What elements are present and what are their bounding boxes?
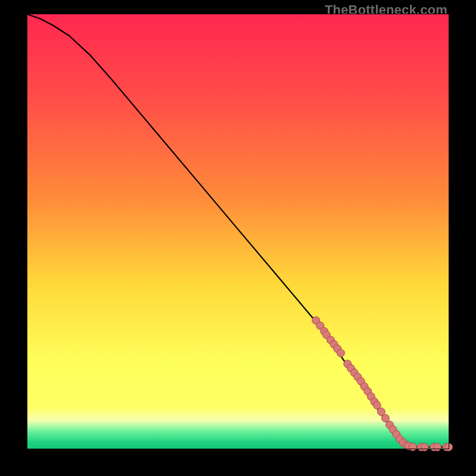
chart-svg (0, 0, 476, 476)
chart-frame: TheBottleneck.com (0, 0, 476, 476)
data-point (421, 443, 428, 451)
data-point (409, 443, 416, 451)
data-point (337, 349, 345, 357)
plot-background (27, 14, 449, 449)
data-point (433, 443, 441, 451)
